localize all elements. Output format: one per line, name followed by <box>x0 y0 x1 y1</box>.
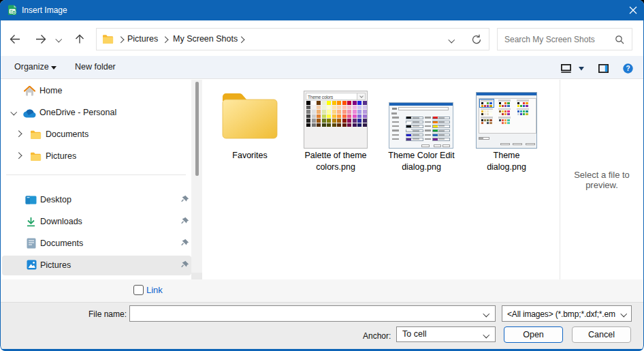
svg-text:?: ? <box>626 65 630 72</box>
